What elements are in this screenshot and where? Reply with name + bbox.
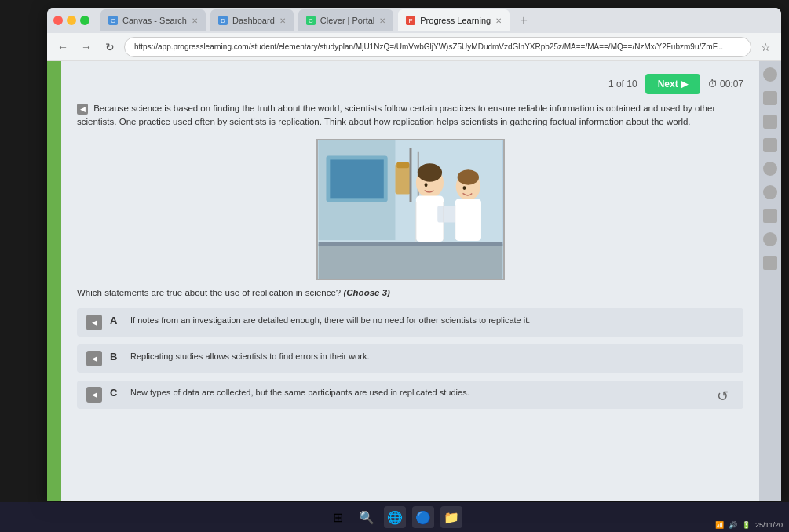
tab-progresslearning-close[interactable]: ✕ [495,16,502,25]
taskbar: ⊞ 🔍 🌐 🔵 📁 [0,502,789,532]
browser-toolbar: ← → ↻ https://app.progresslearning.com/s… [47,33,781,61]
sidebar-icon-5[interactable] [763,162,777,176]
taskbar-icon-5[interactable]: 📁 [440,506,462,528]
svg-rect-20 [318,244,502,279]
left-sidebar [47,61,61,501]
progresslearning-favicon: P [406,16,415,25]
new-tab-button[interactable]: + [514,11,533,30]
clever-favicon: C [306,16,316,25]
sidebar-icon-3[interactable] [763,115,777,129]
dashboard-favicon: D [218,16,228,25]
address-bar[interactable]: https://app.progresslearning.com/student… [124,37,751,57]
lab-image [316,139,505,280]
address-text: https://app.progresslearning.com/student… [134,42,723,51]
forward-button[interactable]: → [77,38,96,56]
answer-row-c[interactable]: ◀ C New types of data are collected, but… [77,381,743,409]
next-button[interactable]: Next ▶ [645,74,700,94]
tray-battery-icon: 🔋 [742,521,751,529]
tab-clever-close[interactable]: ✕ [379,16,385,25]
tab-clever-label: Clever | Portal [320,16,375,25]
svg-point-16 [462,186,466,190]
system-tray: 📶 🔊 🔋 25/11/20 [715,521,783,529]
answer-row-a[interactable]: ◀ A If notes from an investigation are d… [77,308,743,337]
tab-dashboard-close[interactable]: ✕ [279,16,286,25]
choose-label: (Choose 3) [343,288,389,297]
speaker-a-button[interactable]: ◀ [86,315,102,330]
replay-icon[interactable]: ↺ [717,388,736,406]
sidebar-icon-1[interactable] [763,67,777,82]
browser-window: C Canvas - Search ✕ D Dashboard ✕ C Clev… [47,8,781,501]
question-header: 1 of 10 Next ▶ ⏱ 00:07 [77,74,743,94]
canvas-favicon: C [108,16,118,25]
tab-dashboard-label: Dashboard [232,16,275,25]
scientists-illustration [318,140,503,279]
back-button[interactable]: ← [53,38,72,56]
page-content: 1 of 10 Next ▶ ⏱ 00:07 ◀ Because science… [61,61,759,501]
question-stem: Which statements are true about the use … [77,288,341,297]
svg-point-15 [457,169,478,185]
sidebar-icon-4[interactable] [763,138,777,152]
svg-rect-5 [396,162,409,168]
taskbar-start-button[interactable]: ⊞ [327,506,349,528]
answer-text-a: If notes from an investigation are detai… [130,315,530,326]
passage-area: ◀ Because science is based on finding th… [77,102,743,129]
tab-canvas-label: Canvas - Search [122,16,187,25]
tray-network-icon: 📶 [715,521,724,529]
tab-canvas[interactable]: C Canvas - Search ✕ [100,9,206,31]
passage-content: Because science is based on finding the … [77,104,715,126]
browser-titlebar: C Canvas - Search ✕ D Dashboard ✕ C Clev… [47,8,781,33]
maximize-window-button[interactable] [80,16,89,25]
right-sidebar [759,61,781,501]
clock-icon: ⏱ [708,78,718,89]
answer-text-b: Replicating studies allows scientists to… [130,351,369,363]
passage-text: ◀ Because science is based on finding th… [77,102,743,129]
minimize-window-button[interactable] [67,16,76,25]
taskbar-search-button[interactable]: 🔍 [356,506,378,528]
question-text: Which statements are true about the use … [77,288,743,297]
close-window-button[interactable] [53,16,63,25]
svg-point-11 [424,183,427,187]
answer-letter-a: A [110,315,122,326]
timer-value: 00:07 [720,78,743,89]
taskbar-icon-4[interactable]: 🔵 [412,506,434,528]
speaker-b-button[interactable]: ◀ [86,351,102,366]
window-controls [53,16,89,25]
tab-progresslearning-label: Progress Learning [420,16,491,25]
bookmark-button[interactable]: ☆ [756,38,775,56]
sidebar-icon-pencil[interactable] [763,209,777,223]
sidebar-icon-6[interactable] [763,185,777,199]
passage-speaker-icon[interactable]: ◀ [77,104,88,115]
svg-rect-21 [318,242,502,246]
sidebar-icon-2[interactable] [763,91,777,105]
answer-row-b[interactable]: ◀ B Replicating studies allows scientist… [77,344,743,373]
timer-display: ⏱ 00:07 [708,78,743,89]
answer-choices: ◀ A If notes from an investigation are d… [77,308,743,409]
tab-dashboard[interactable]: D Dashboard ✕ [210,9,294,31]
tab-clever[interactable]: C Clever | Portal ✕ [298,9,394,31]
page-counter: 1 of 10 [608,78,637,89]
tab-progresslearning[interactable]: P Progress Learning ✕ [398,9,510,31]
answer-text-c: New types of data are collected, but the… [130,387,469,399]
svg-rect-14 [455,199,480,241]
tray-sound-icon: 🔊 [729,521,737,529]
sidebar-icon-collapse[interactable] [763,256,777,270]
sidebar-icon-7[interactable] [763,232,777,246]
tray-datetime: 25/11/20 [755,521,783,529]
content-area: 1 of 10 Next ▶ ⏱ 00:07 ◀ Because science… [47,61,781,501]
reload-button[interactable]: ↻ [100,38,119,56]
answer-letter-b: B [110,351,122,363]
answer-letter-c: C [110,387,122,399]
speaker-c-button[interactable]: ◀ [86,387,102,403]
taskbar-icon-3[interactable]: 🌐 [384,506,406,528]
tab-canvas-close[interactable]: ✕ [192,16,198,25]
svg-rect-3 [330,159,383,198]
svg-point-10 [417,163,441,181]
